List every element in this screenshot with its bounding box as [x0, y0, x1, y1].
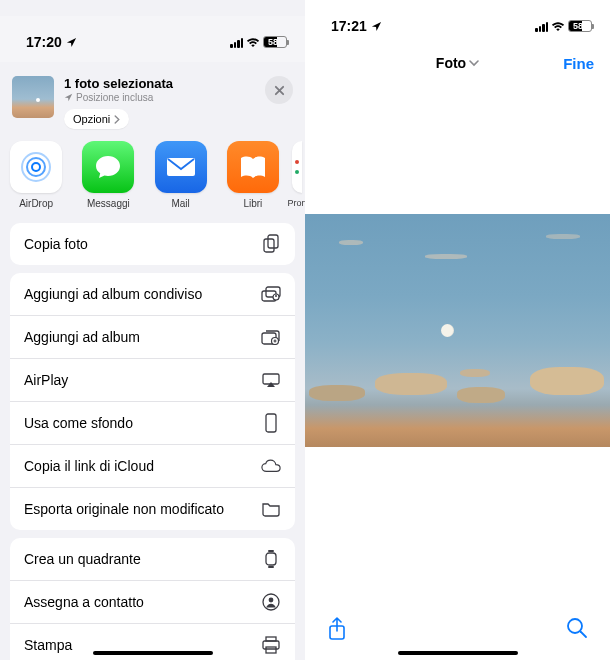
- home-indicator[interactable]: [93, 651, 213, 655]
- signal-icon: [230, 37, 243, 48]
- svg-point-1: [27, 158, 45, 176]
- nav-bar: Foto Fine: [305, 46, 610, 84]
- status-right: 58: [230, 36, 287, 48]
- action-wallpaper[interactable]: Usa come sfondo: [10, 401, 295, 444]
- photo-preview[interactable]: [305, 214, 610, 447]
- watch-icon: [261, 549, 281, 569]
- cloud-icon: [261, 456, 281, 476]
- action-export-original[interactable]: Esporta originale non modificato: [10, 487, 295, 530]
- share-apps-row: AirDrop Messaggi Mail Libri: [0, 139, 305, 215]
- album-icon: [261, 327, 281, 347]
- svg-point-4: [295, 160, 299, 164]
- folder-icon: [261, 499, 281, 519]
- status-bar: 17:20 58: [0, 16, 305, 62]
- sheet-header: 1 foto selezionata Posizione inclusa Opz…: [0, 62, 305, 139]
- svg-rect-16: [266, 553, 276, 565]
- mail-icon: [155, 141, 207, 193]
- wifi-icon: [246, 37, 260, 48]
- contact-icon: [261, 592, 281, 612]
- location-icon: [66, 37, 77, 48]
- close-button[interactable]: [265, 76, 293, 104]
- share-app-airdrop[interactable]: AirDrop: [0, 141, 72, 209]
- selection-subtitle: Posizione inclusa: [64, 92, 255, 103]
- action-icloud-link[interactable]: Copia il link di iCloud: [10, 444, 295, 487]
- more-app-icon: [292, 141, 302, 193]
- svg-point-5: [295, 170, 299, 174]
- action-group-1: Copia foto: [10, 223, 295, 265]
- chevron-right-icon: [114, 115, 120, 124]
- airdrop-icon: [10, 141, 62, 193]
- share-sheet: 17:20 58 1 foto selezionata Posizione in…: [0, 16, 305, 660]
- action-shared-album[interactable]: Aggiungi ad album condiviso: [10, 273, 295, 315]
- messages-icon: [82, 141, 134, 193]
- search-button[interactable]: [566, 617, 588, 639]
- svg-rect-7: [268, 235, 278, 248]
- svg-rect-17: [268, 550, 274, 552]
- status-right: 58: [535, 20, 592, 32]
- action-assign-contact[interactable]: Assegna a contatto: [10, 580, 295, 623]
- location-icon: [371, 21, 382, 32]
- action-group-2: Aggiungi ad album condiviso Aggiungi ad …: [10, 273, 295, 530]
- shared-album-icon: [261, 284, 281, 304]
- books-icon: [227, 141, 279, 193]
- share-app-libri[interactable]: Libri: [217, 141, 289, 209]
- action-airplay[interactable]: AirPlay: [10, 358, 295, 401]
- svg-point-20: [269, 598, 274, 603]
- action-watch-face[interactable]: Crea un quadrante: [10, 538, 295, 580]
- done-button[interactable]: Fine: [544, 55, 594, 72]
- nav-title-button[interactable]: Foto: [436, 55, 479, 71]
- copy-icon: [261, 234, 281, 254]
- svg-point-11: [275, 295, 277, 297]
- svg-rect-15: [266, 414, 276, 432]
- status-bar: 17:21 58: [305, 0, 610, 46]
- photo-moon: [441, 324, 454, 337]
- battery-icon: 58: [568, 20, 592, 32]
- wifi-icon: [551, 21, 565, 32]
- photo-thumbnail[interactable]: [12, 76, 54, 118]
- options-button[interactable]: Opzioni: [64, 109, 129, 129]
- share-button[interactable]: [327, 617, 349, 639]
- close-icon: [274, 85, 285, 96]
- location-arrow-icon: [64, 93, 73, 102]
- signal-icon: [535, 21, 548, 32]
- share-app-messaggi[interactable]: Messaggi: [72, 141, 144, 209]
- svg-rect-6: [264, 239, 274, 252]
- status-time: 17:21: [331, 18, 367, 34]
- action-group-3: Crea un quadrante Assegna a contatto Sta…: [10, 538, 295, 660]
- battery-icon: 58: [263, 36, 287, 48]
- svg-rect-23: [266, 647, 276, 653]
- print-icon: [261, 635, 281, 655]
- share-app-mail[interactable]: Mail: [145, 141, 217, 209]
- airplay-icon: [261, 370, 281, 390]
- svg-point-0: [32, 163, 40, 171]
- device-icon: [261, 413, 281, 433]
- selection-title: 1 foto selezionata: [64, 76, 255, 91]
- action-copy-photo[interactable]: Copia foto: [10, 223, 295, 265]
- home-indicator[interactable]: [398, 651, 518, 655]
- action-add-album[interactable]: Aggiungi ad album: [10, 315, 295, 358]
- share-app-more[interactable]: Pron: [289, 141, 305, 209]
- chevron-down-icon: [469, 60, 479, 67]
- right-phone: 17:21 58 Foto Fine: [305, 0, 610, 660]
- left-phone: Napoli · Bagnoli 17:20 58 1 foto selezio…: [0, 0, 305, 660]
- svg-rect-18: [268, 566, 274, 568]
- status-time: 17:20: [26, 34, 62, 50]
